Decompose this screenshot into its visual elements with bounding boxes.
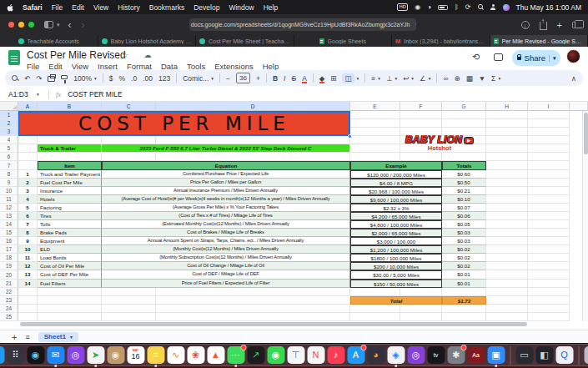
sheet-tab-active[interactable]: Sheet1 ▾ <box>38 332 78 342</box>
stocks-icon[interactable]: ↗ <box>247 346 264 364</box>
cell[interactable] <box>486 245 528 254</box>
total-cell[interactable]: $0.50 <box>442 179 486 187</box>
bluetooth-icon[interactable]: ᛒ <box>455 4 459 11</box>
cell[interactable] <box>528 204 570 212</box>
safari-tab[interactable]: Google Sheets <box>294 35 393 47</box>
example-cell[interactable]: $2.32 x 3% <box>350 204 442 212</box>
cell[interactable] <box>156 153 350 161</box>
wave-app-icon[interactable]: ∿ <box>167 346 184 364</box>
row-header-11[interactable]: 11 <box>0 195 18 204</box>
example-cell[interactable]: $120,000 / 200,000 Miles <box>350 170 442 179</box>
total-cell[interactable]: $0.06 <box>442 212 486 220</box>
cell[interactable] <box>528 305 570 313</box>
example-cell[interactable]: $20,968 / 100,000 Miles <box>350 187 442 195</box>
text-rotate-button[interactable]: ∠ <box>420 74 426 83</box>
example-cell[interactable]: $9,600 / 100,000 Miles <box>350 195 442 204</box>
example-cell[interactable]: $1800 / 100,000 Miles <box>350 254 442 262</box>
cell[interactable] <box>486 313 528 321</box>
item-number-cell[interactable]: 4 <box>18 195 38 204</box>
truck-trailer-label-cell[interactable]: Truck & Trailer <box>38 144 102 153</box>
total-cell[interactable]: $0.10 <box>442 195 486 204</box>
safari-tab[interactable]: Cost Per Mile Sheet | Teachable <box>196 35 294 47</box>
equation-cell[interactable]: (Monthly Cost)x(12 Months) / Miles Drive… <box>102 245 350 254</box>
column-header-B[interactable]: B <box>38 102 102 111</box>
safari-tab[interactable]: Per Mile Revised - Google Sheets <box>490 35 588 47</box>
menubar-item-develop[interactable]: Develop <box>193 3 219 12</box>
facetime-icon[interactable]: ◉ <box>267 346 284 364</box>
text-color-button[interactable]: A <box>302 74 307 83</box>
merge-cells-button[interactable]: ◫ <box>342 73 354 83</box>
header-item-cell[interactable]: Item <box>38 161 102 169</box>
account-avatar[interactable] <box>566 49 580 63</box>
display-toggle-icon[interactable]: ◑ <box>427 4 431 11</box>
sheets-logo-icon[interactable] <box>8 50 20 65</box>
row-header-12[interactable]: 12 <box>0 204 18 212</box>
share-icon[interactable] <box>540 22 547 30</box>
cell[interactable] <box>350 305 400 313</box>
cell[interactable] <box>38 313 102 321</box>
spotlight-search-icon[interactable] <box>478 4 484 10</box>
horizontal-align-button[interactable]: ≡ <box>371 74 375 83</box>
quicktime-icon[interactable]: Q <box>555 346 573 364</box>
cell[interactable] <box>528 245 570 254</box>
item-number-cell[interactable]: 2 <box>18 179 38 187</box>
name-box[interactable]: A1:D3 <box>0 90 37 98</box>
music-icon[interactable]: ♪ <box>327 346 344 364</box>
keynote-icon[interactable]: ⊤ <box>287 346 304 364</box>
item-name-cell[interactable]: ELD <box>38 245 102 254</box>
cell[interactable] <box>442 288 486 296</box>
total-cell[interactable]: $0.21 <box>442 187 486 195</box>
equation-cell[interactable]: Cost of Brakes / Milage Life of Breaks <box>102 229 350 237</box>
column-header-A[interactable]: A <box>18 102 38 111</box>
share-button[interactable]: Share ▾ <box>512 50 560 66</box>
cell[interactable] <box>350 153 400 161</box>
cell[interactable] <box>486 237 528 245</box>
cell[interactable] <box>528 262 570 270</box>
firefox-icon[interactable]: ◕ <box>367 346 384 364</box>
cell[interactable] <box>486 111 528 119</box>
italic-button[interactable]: I <box>284 74 285 83</box>
total-cell[interactable]: $0.02 <box>442 245 486 254</box>
item-number-cell[interactable]: 5 <box>18 204 38 212</box>
cell[interactable] <box>442 153 486 161</box>
cell[interactable] <box>102 136 156 144</box>
play-circle-icon[interactable]: ◉ <box>415 4 420 11</box>
menubar-item-safari[interactable]: Safari <box>23 3 43 12</box>
row-header-2[interactable]: 2 <box>0 119 18 128</box>
screen-record-badge-icon[interactable]: HD <box>397 3 408 11</box>
version-history-icon[interactable]: ⟲ <box>472 52 480 63</box>
print-icon[interactable] <box>48 76 55 82</box>
cell[interactable] <box>528 254 570 262</box>
maps-icon[interactable]: ➤ <box>87 346 104 364</box>
more-formats-button[interactable]: 123 <box>158 74 170 83</box>
cell[interactable] <box>486 229 528 237</box>
sync-icon[interactable]: ⟳ <box>465 4 471 11</box>
document-title[interactable]: Cost Per Mile Revised <box>27 49 126 61</box>
cell[interactable] <box>156 296 350 305</box>
row-header-1[interactable]: 1 <box>0 111 18 119</box>
grand-total-label-cell[interactable]: Total <box>350 296 442 305</box>
equation-cell[interactable]: Annual Insurance Premium / Miles Driven … <box>102 187 350 195</box>
borders-button[interactable]: ⊞ <box>330 74 336 83</box>
cell[interactable] <box>528 280 570 288</box>
selection-handle[interactable] <box>348 134 352 139</box>
cell[interactable] <box>350 111 400 119</box>
example-cell[interactable]: $2,000 / 65,000 Miles <box>350 229 442 237</box>
example-cell[interactable]: $4,800 / 100,000 Miles <box>350 220 442 229</box>
menubar-item-history[interactable]: History <box>118 3 139 12</box>
sidebar-toggle-icon[interactable] <box>44 21 53 28</box>
cell[interactable] <box>400 288 442 296</box>
create-filter-button[interactable]: ▼ <box>479 74 485 83</box>
contacts-icon[interactable]: ◉ <box>107 346 124 364</box>
podcasts-icon[interactable]: ◎ <box>67 346 84 364</box>
cell[interactable] <box>400 111 442 119</box>
cell[interactable] <box>486 254 528 262</box>
cell[interactable] <box>528 220 570 229</box>
battery-icon[interactable] <box>438 5 448 10</box>
decrease-decimal-button[interactable]: .0 <box>131 74 137 83</box>
increase-decimal-button[interactable]: .00 <box>143 74 153 83</box>
total-cell[interactable]: $0.01 <box>442 270 486 279</box>
header-totals-cell[interactable]: Totals <box>442 161 486 169</box>
photos-icon[interactable]: ❀ <box>187 346 204 364</box>
item-name-cell[interactable]: Fuel Cost Per Mile <box>38 179 102 187</box>
